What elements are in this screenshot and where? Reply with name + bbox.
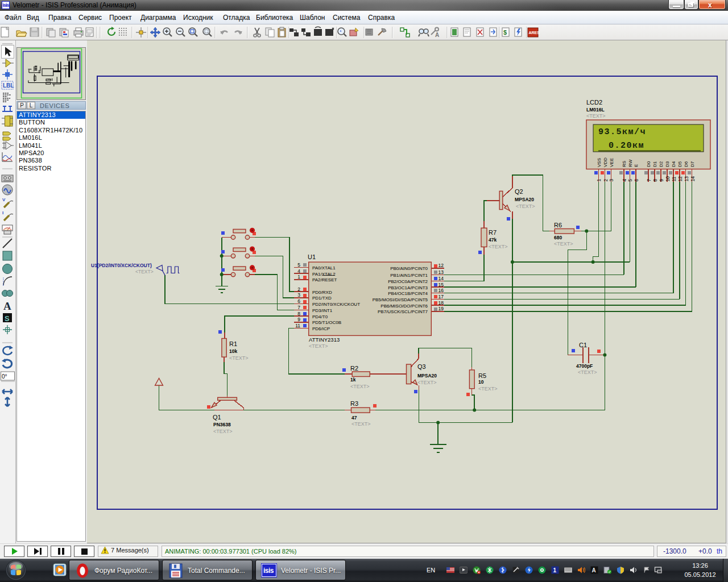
svg-text:<TEXT>: <TEXT> [516,203,535,209]
svg-text:3: 3 [609,179,614,182]
svg-text:<TEXT>: <TEXT> [309,343,328,349]
svg-text:93.5км/ч: 93.5км/ч [598,127,646,137]
svg-text:3: 3 [297,292,300,298]
svg-text:RW: RW [628,159,633,167]
svg-text:7: 7 [297,305,300,310]
svg-text:D3: D3 [665,161,670,167]
svg-text:<TEXT>: <TEXT> [586,113,606,119]
svg-text:47k: 47k [489,237,497,243]
svg-text:4: 4 [622,179,627,182]
svg-text:Q3: Q3 [417,363,426,370]
svg-text:<TEXT>: <TEXT> [135,269,154,275]
svg-text:12: 12 [439,263,444,268]
svg-text:PB0/AIN0/PCINT0: PB0/AIN0/PCINT0 [390,266,428,271]
svg-text:1: 1 [553,567,557,573]
svg-text:15: 15 [439,282,444,288]
svg-text:R1: R1 [229,340,237,347]
svg-text:10: 10 [665,176,671,182]
svg-text:Q2: Q2 [515,188,523,195]
svg-text:MPSA20: MPSA20 [515,197,534,202]
svg-text:<TEXT>: <TEXT> [478,386,498,392]
svg-text:D0: D0 [646,161,651,167]
svg-text:I: I [2,210,3,215]
svg-text:4700pF: 4700pF [576,363,593,369]
svg-text:D5: D5 [677,161,682,167]
svg-text:U1(PD2/INT0/XCK/CKOUT): U1(PD2/INT0/XCK/CKOUT) [91,263,152,268]
svg-text:D1: D1 [652,161,657,167]
svg-text:<TEXT>: <TEXT> [350,384,370,389]
svg-text:9: 9 [297,317,300,322]
svg-text:RS: RS [622,161,627,167]
svg-text:9: 9 [659,179,664,182]
svg-text:VSS: VSS [597,158,602,167]
svg-text:6: 6 [634,179,639,182]
svg-text:LBL: LBL [3,82,14,89]
svg-text:12: 12 [677,176,683,182]
svg-text:13: 13 [439,269,444,275]
svg-text:D4: D4 [671,161,676,167]
svg-text:PB3/OC1A/PCINT3: PB3/OC1A/PCINT3 [388,285,428,290]
svg-text:10: 10 [478,379,484,385]
svg-text:isis: isis [263,567,274,575]
svg-text:PA0/XTAL1: PA0/XTAL1 [312,265,336,271]
svg-text:47: 47 [351,415,357,421]
svg-text:<TEXT>: <TEXT> [229,355,249,361]
svg-text:PB1/AIN1/PCINT1: PB1/AIN1/PCINT1 [390,273,428,278]
svg-text:D6: D6 [684,161,689,167]
svg-text:<TEXT>: <TEXT> [489,244,508,250]
svg-text:<TEXT>: <TEXT> [213,429,233,434]
svg-text:4: 4 [297,268,300,274]
svg-text:PD3/INT1: PD3/INT1 [312,308,333,313]
svg-text:13: 13 [684,176,689,182]
svg-text:7: 7 [646,179,652,182]
svg-text:R6: R6 [554,222,562,228]
svg-text:16: 16 [439,288,444,293]
svg-text:D2: D2 [659,161,664,167]
svg-text:0°: 0° [2,373,7,380]
svg-text:11: 11 [295,323,300,329]
svg-text:17: 17 [439,294,444,300]
svg-text:14: 14 [439,276,444,281]
svg-text:2: 2 [603,179,609,182]
svg-text:5: 5 [297,262,300,268]
svg-text:S: S [5,314,10,323]
svg-text:V: V [2,197,6,202]
svg-text:U1: U1 [308,253,316,260]
svg-text:1k: 1k [350,377,356,383]
svg-text:8: 8 [297,311,300,317]
svg-text:C1: C1 [579,342,587,348]
svg-text:ARES: ARES [529,31,540,35]
svg-text:ATTINY2313: ATTINY2313 [309,336,340,343]
svg-text:PB4/OC1B/PCINT4: PB4/OC1B/PCINT4 [388,291,428,296]
svg-text:PD5/T1/OC0B: PD5/T1/OC0B [312,320,341,325]
svg-text:Q1: Q1 [213,414,221,421]
svg-text:5: 5 [627,179,633,182]
svg-text:LCD2: LCD2 [586,99,602,106]
svg-text:680: 680 [554,235,562,240]
svg-text:<TEXT>: <TEXT> [578,369,597,375]
svg-text:R5: R5 [478,372,486,379]
svg-text:19: 19 [439,306,444,311]
svg-text:R2: R2 [350,365,358,372]
svg-text:A: A [592,567,596,573]
svg-text:0.20км: 0.20км [609,141,644,151]
svg-text:PB6/MISO/DO/PCINT6: PB6/MISO/DO/PCINT6 [380,304,428,309]
svg-text:$: $ [503,29,507,36]
svg-text:PD6/ICP: PD6/ICP [312,326,330,331]
svg-text:LM016L: LM016L [586,107,605,113]
svg-text:R3: R3 [350,400,358,407]
svg-text:6: 6 [297,298,300,304]
svg-text:VEE: VEE [609,158,614,167]
svg-text:8: 8 [652,179,658,182]
svg-text:MPSA20: MPSA20 [417,373,437,379]
svg-text:<TEXT>: <TEXT> [351,421,371,427]
svg-text:10k: 10k [229,348,237,354]
svg-text:1: 1 [596,179,602,182]
svg-text:PN3638: PN3638 [213,422,231,427]
svg-text:PB7/USCK/SCL/PCINT7: PB7/USCK/SCL/PCINT7 [378,309,428,314]
svg-text:A: A [3,300,11,312]
svg-text:14: 14 [690,176,696,182]
svg-text:18: 18 [439,300,444,306]
svg-text:2: 2 [297,286,300,292]
svg-text:PD4/T0: PD4/T0 [312,314,328,319]
